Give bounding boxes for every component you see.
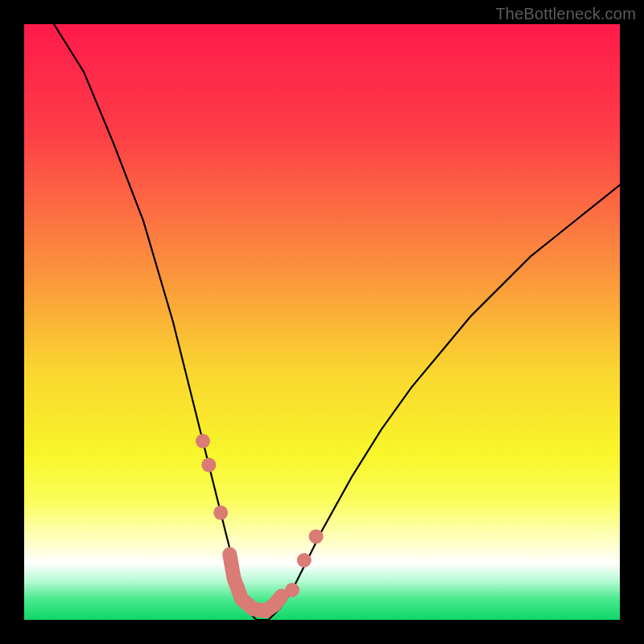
plot-area <box>24 24 620 620</box>
marker-dot <box>196 434 210 448</box>
marker-worm <box>229 555 281 611</box>
marker-dot <box>285 583 299 597</box>
marker-dots <box>196 434 324 597</box>
chart-frame: TheBottleneck.com <box>0 0 644 644</box>
marker-dot <box>309 529 324 543</box>
marker-dot <box>213 506 228 520</box>
bottleneck-curve <box>54 24 620 620</box>
curve-layer <box>24 24 620 620</box>
watermark-text: TheBottleneck.com <box>495 5 636 23</box>
marker-dot <box>201 458 216 473</box>
marker-dot <box>297 553 312 568</box>
